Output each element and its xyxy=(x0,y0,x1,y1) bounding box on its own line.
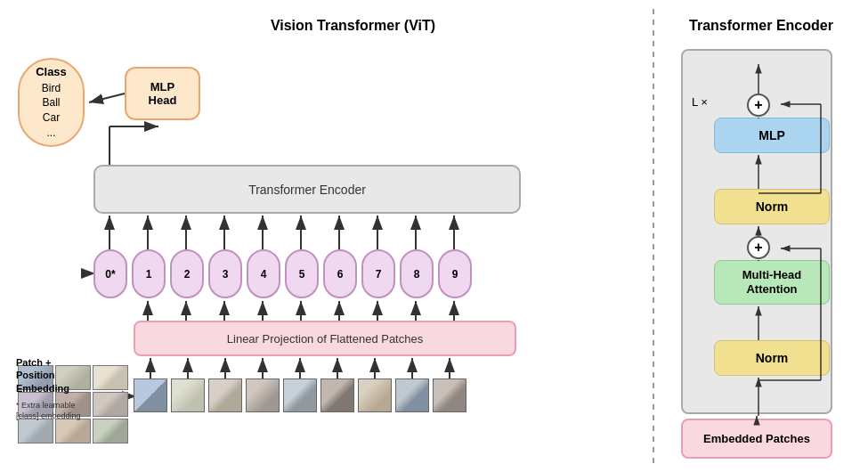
patch-pos-title: Patch + PositionEmbedding xyxy=(16,357,69,394)
enc-mha-line1: Multi-Head xyxy=(742,268,801,282)
tokens-row: 0* 1 2 3 4 5 6 7 8 9 xyxy=(93,249,472,298)
token-5: 5 xyxy=(285,249,319,298)
patch-pos-note: * Extra learnable[class] embedding xyxy=(16,401,96,421)
enc-mha-line2: Attention xyxy=(746,282,797,297)
enc-norm1-box: Norm xyxy=(714,189,830,224)
enc-norm2-box: Norm xyxy=(714,340,830,376)
vit-title: Vision Transformer (ViT) xyxy=(71,18,635,34)
token-0: 0* xyxy=(93,249,127,298)
enc-mlp-box: MLP xyxy=(714,118,830,153)
class-item-car: Car xyxy=(43,110,60,126)
mlp-head-box: MLP Head xyxy=(125,67,200,120)
mlp-head-line1: MLP xyxy=(150,80,174,94)
enc-mha-box: Multi-Head Attention xyxy=(714,260,830,305)
main-container: Vision Transformer (ViT) xyxy=(0,0,868,472)
encoder-section: Transformer Encoder L × MLP Norm Multi-H… xyxy=(663,9,859,463)
enc-norm2-label: Norm xyxy=(756,351,789,365)
token-2: 2 xyxy=(170,249,204,298)
token-1: 1 xyxy=(132,249,166,298)
class-item-ball: Ball xyxy=(42,95,60,110)
class-box: Class Bird Ball Car ... xyxy=(18,58,85,147)
enc-embedded-box: Embedded Patches xyxy=(681,419,832,459)
image-patch-7 xyxy=(395,378,429,412)
section-divider xyxy=(653,9,654,463)
lx-label: L × xyxy=(692,95,708,109)
class-item-ellipsis: ... xyxy=(46,126,55,141)
mlp-head-line2: Head xyxy=(149,94,177,107)
enc-norm1-label: Norm xyxy=(756,199,789,214)
enc-embedded-label: Embedded Patches xyxy=(703,432,810,445)
image-patch-6 xyxy=(358,378,392,412)
linear-proj-box: Linear Projection of Flattened Patches xyxy=(134,321,516,356)
token-7: 7 xyxy=(361,249,395,298)
transformer-encoder-label: Transformer Encoder xyxy=(248,183,366,197)
image-patch-8 xyxy=(433,378,466,412)
linear-proj-label: Linear Projection of Flattened Patches xyxy=(227,332,423,346)
image-patch-4 xyxy=(283,378,317,412)
source-patch-2 xyxy=(93,365,128,390)
image-patch-3 xyxy=(246,378,280,412)
token-6: 6 xyxy=(323,249,357,298)
transformer-encoder-box: Transformer Encoder xyxy=(93,165,521,214)
image-patch-1 xyxy=(171,378,205,412)
source-patch-6 xyxy=(18,419,53,444)
source-patch-5 xyxy=(93,392,128,417)
token-3: 3 xyxy=(208,249,242,298)
patch-pos-label: Patch + PositionEmbedding xyxy=(16,356,87,395)
encoder-outer-box: L × MLP Norm Multi-Head Attention Norm +… xyxy=(681,49,832,414)
plus-circle-top: + xyxy=(747,94,770,117)
token-4: 4 xyxy=(247,249,280,298)
token-9: 9 xyxy=(438,249,472,298)
class-item-bird: Bird xyxy=(42,81,61,96)
plus-circle-mid: + xyxy=(747,236,770,259)
source-patch-7 xyxy=(55,419,91,444)
svg-line-2 xyxy=(89,94,125,102)
image-patch-0 xyxy=(134,378,167,412)
image-patches-row xyxy=(134,378,466,412)
source-patch-8 xyxy=(93,419,128,444)
image-patch-2 xyxy=(208,378,242,412)
class-label: Class xyxy=(36,64,67,80)
vit-section: Vision Transformer (ViT) xyxy=(9,9,644,463)
token-8: 8 xyxy=(400,249,434,298)
image-patch-5 xyxy=(320,378,354,412)
enc-mlp-label: MLP xyxy=(758,128,785,142)
encoder-title: Transformer Encoder xyxy=(672,18,850,34)
